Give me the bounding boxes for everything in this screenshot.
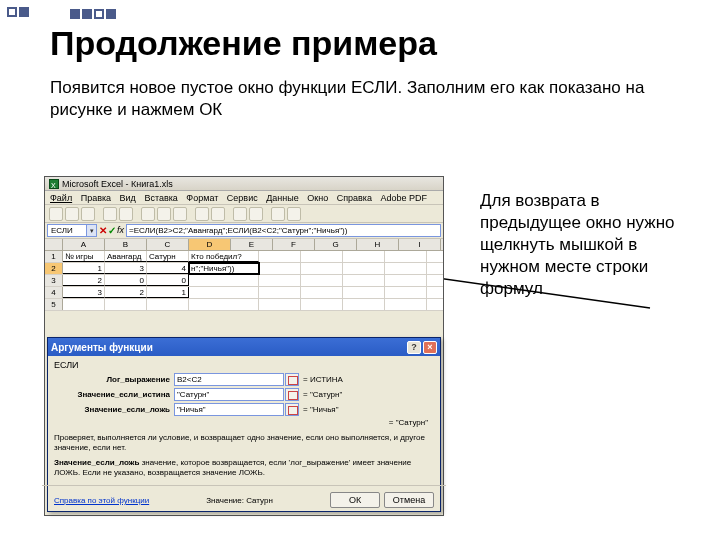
cell-a4[interactable]: 3 xyxy=(63,287,105,298)
col-header-d[interactable]: D xyxy=(189,239,231,250)
cell-f1[interactable] xyxy=(301,251,343,262)
cell-h4[interactable] xyxy=(385,287,427,298)
cell-g2[interactable] xyxy=(343,263,385,274)
toolbar-save-icon[interactable] xyxy=(81,207,95,221)
menu-window[interactable]: Окно xyxy=(307,193,328,203)
cell-e4[interactable] xyxy=(259,287,301,298)
cell-h5[interactable] xyxy=(385,299,427,310)
cell-c5[interactable] xyxy=(147,299,189,310)
col-header-a[interactable]: A xyxy=(63,239,105,250)
toolbar-copy-icon[interactable] xyxy=(157,207,171,221)
menu-format[interactable]: Формат xyxy=(186,193,218,203)
col-header-g[interactable]: G xyxy=(315,239,357,250)
toolbar-paste-icon[interactable] xyxy=(173,207,187,221)
cancel-button[interactable]: Отмена xyxy=(384,492,434,508)
cell-a5[interactable] xyxy=(63,299,105,310)
row-header-1[interactable]: 1 xyxy=(45,251,63,262)
arg-row-1: Значение_если_истина "Сатурн" = "Сатурн" xyxy=(54,388,434,401)
toolbar-sort-asc-icon[interactable] xyxy=(233,207,247,221)
cell-g5[interactable] xyxy=(343,299,385,310)
col-header-e[interactable]: E xyxy=(231,239,273,250)
col-header-c[interactable]: C xyxy=(147,239,189,250)
arg-refedit-icon-0[interactable] xyxy=(285,373,299,386)
select-all-corner[interactable] xyxy=(45,239,63,250)
cell-c3[interactable]: 0 xyxy=(147,275,189,286)
col-header-b[interactable]: B xyxy=(105,239,147,250)
dialog-help-link[interactable]: Справка по этой функции xyxy=(54,496,149,505)
toolbar-sum-icon[interactable] xyxy=(271,207,285,221)
cell-d4[interactable] xyxy=(189,287,259,298)
cell-g1[interactable] xyxy=(343,251,385,262)
cell-h3[interactable] xyxy=(385,275,427,286)
cell-e1[interactable] xyxy=(259,251,301,262)
cell-f2[interactable] xyxy=(301,263,343,274)
row-header-2[interactable]: 2 xyxy=(45,263,63,274)
toolbar-redo-icon[interactable] xyxy=(211,207,225,221)
cell-a3[interactable]: 2 xyxy=(63,275,105,286)
cell-e3[interactable] xyxy=(259,275,301,286)
formula-input[interactable]: =ЕСЛИ(B2>C2;"Авангард";ЕСЛИ(B2<C2;"Сатур… xyxy=(126,224,441,237)
name-box-dropdown-icon[interactable]: ▾ xyxy=(86,225,96,236)
name-box[interactable]: ЕСЛИ ▾ xyxy=(47,224,97,237)
cell-c1[interactable]: Сатурн xyxy=(147,251,189,262)
menu-help[interactable]: Справка xyxy=(337,193,372,203)
fx-icon[interactable]: fx xyxy=(117,225,124,236)
cell-h1[interactable] xyxy=(385,251,427,262)
menu-edit[interactable]: Правка xyxy=(81,193,111,203)
cell-c2[interactable]: 4 xyxy=(147,263,189,274)
cell-b3[interactable]: 0 xyxy=(105,275,147,286)
cell-a2[interactable]: 1 xyxy=(63,263,105,274)
cell-d2[interactable]: н";"Ничья")) xyxy=(189,263,259,274)
cell-d1[interactable]: Кто победил? xyxy=(189,251,259,262)
menu-tools[interactable]: Сервис xyxy=(227,193,258,203)
toolbar-print-icon[interactable] xyxy=(103,207,117,221)
menu-file[interactable]: Файл xyxy=(50,193,72,203)
cell-d3[interactable] xyxy=(189,275,259,286)
dialog-titlebar[interactable]: Аргументы функции ? × xyxy=(48,338,440,356)
column-headers: A B C D E F G H I xyxy=(45,239,443,251)
arg-input-2[interactable]: "Ничья" xyxy=(174,403,284,416)
menu-adobe[interactable]: Adobe PDF xyxy=(381,193,428,203)
menu-data[interactable]: Данные xyxy=(266,193,299,203)
cell-b1[interactable]: Авангард xyxy=(105,251,147,262)
col-header-h[interactable]: H xyxy=(357,239,399,250)
grid-row-4: 4 3 2 1 xyxy=(45,287,443,299)
ok-button[interactable]: ОК xyxy=(330,492,380,508)
cell-b5[interactable] xyxy=(105,299,147,310)
toolbar-cut-icon[interactable] xyxy=(141,207,155,221)
arg-input-0[interactable]: B2<C2 xyxy=(174,373,284,386)
cell-b2[interactable]: 3 xyxy=(105,263,147,274)
dialog-close-icon[interactable]: × xyxy=(423,341,437,354)
col-header-i[interactable]: I xyxy=(399,239,441,250)
toolbar-sort-desc-icon[interactable] xyxy=(249,207,263,221)
toolbar-open-icon[interactable] xyxy=(65,207,79,221)
cell-f3[interactable] xyxy=(301,275,343,286)
cell-g4[interactable] xyxy=(343,287,385,298)
toolbar-preview-icon[interactable] xyxy=(119,207,133,221)
row-header-4[interactable]: 4 xyxy=(45,287,63,298)
cancel-formula-icon[interactable]: ✕ xyxy=(99,225,107,236)
cell-e2[interactable] xyxy=(259,263,301,274)
menu-view[interactable]: Вид xyxy=(120,193,136,203)
cell-h2[interactable] xyxy=(385,263,427,274)
cell-f5[interactable] xyxy=(301,299,343,310)
arg-refedit-icon-1[interactable] xyxy=(285,388,299,401)
dialog-help-icon[interactable]: ? xyxy=(407,341,421,354)
row-header-5[interactable]: 5 xyxy=(45,299,63,310)
col-header-f[interactable]: F xyxy=(273,239,315,250)
arg-refedit-icon-2[interactable] xyxy=(285,403,299,416)
cell-g3[interactable] xyxy=(343,275,385,286)
arg-input-1[interactable]: "Сатурн" xyxy=(174,388,284,401)
row-header-3[interactable]: 3 xyxy=(45,275,63,286)
toolbar-chart-icon[interactable] xyxy=(287,207,301,221)
cell-e5[interactable] xyxy=(259,299,301,310)
toolbar-new-icon[interactable] xyxy=(49,207,63,221)
cell-b4[interactable]: 2 xyxy=(105,287,147,298)
toolbar-undo-icon[interactable] xyxy=(195,207,209,221)
menu-insert[interactable]: Вставка xyxy=(144,193,177,203)
cell-c4[interactable]: 1 xyxy=(147,287,189,298)
accept-formula-icon[interactable]: ✓ xyxy=(108,225,116,236)
cell-d5[interactable] xyxy=(189,299,259,310)
cell-a1[interactable]: № игры xyxy=(63,251,105,262)
cell-f4[interactable] xyxy=(301,287,343,298)
